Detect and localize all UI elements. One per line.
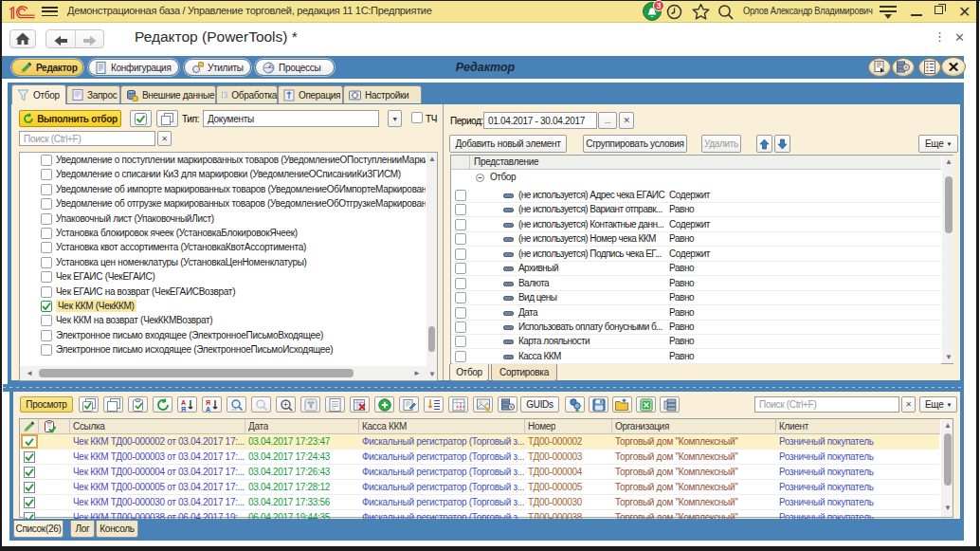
svg-text:Я: Я bbox=[181, 405, 186, 412]
svg-text:А: А bbox=[181, 398, 186, 405]
svg-text:Я: Я bbox=[206, 398, 210, 405]
svg-text:А: А bbox=[206, 405, 210, 412]
